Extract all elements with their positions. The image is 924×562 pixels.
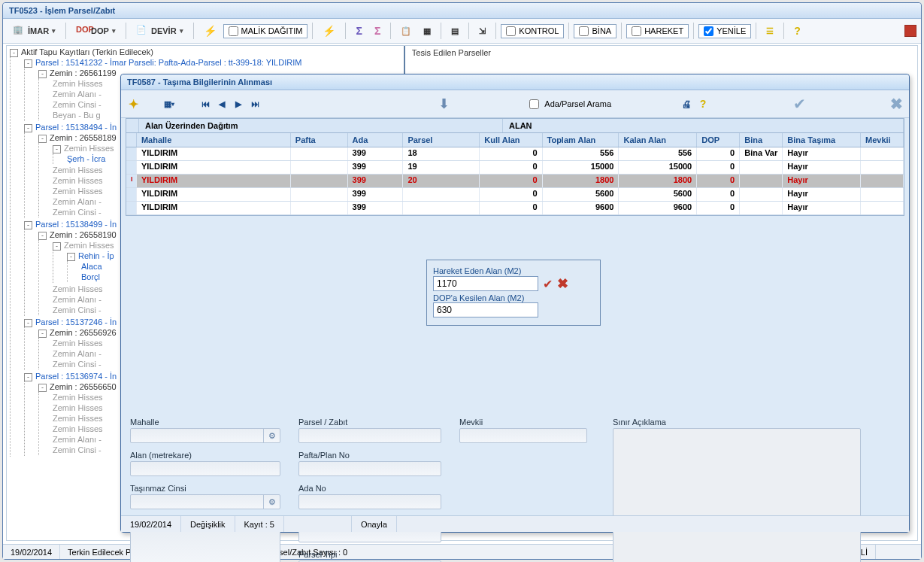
tree-item[interactable]: Zemin Hisses	[53, 79, 103, 88]
grid-col-header[interactable]: Bina	[740, 133, 783, 147]
hareket-alan-input[interactable]	[433, 276, 538, 291]
tree-item[interactable]: Zemin Alanı -	[53, 90, 101, 99]
grid-col-header[interactable]: DOP	[697, 133, 740, 147]
grid-col-header[interactable]: Mahalle	[137, 133, 291, 147]
grid-col-header[interactable]: Parsel	[403, 133, 480, 147]
tree-item[interactable]: Zemin Hisses	[53, 414, 103, 423]
tree-item[interactable]: Zemin Alanı -	[53, 349, 101, 358]
first-button[interactable]: ⏮	[199, 98, 211, 110]
tree-item[interactable]: Zemin Hisses	[64, 144, 114, 153]
yenile-check[interactable]: YENİLE	[698, 24, 751, 38]
tca-field[interactable]	[130, 527, 280, 562]
imar-button[interactable]: 🏢İMAR▾	[8, 22, 61, 40]
tree-zemin-2[interactable]: Zemin : 26558189	[50, 133, 117, 142]
grid-row[interactable]: YILDIRIM39919015000150000Hayır	[126, 161, 904, 175]
sigma2-button[interactable]: Σ	[369, 22, 386, 40]
grid-row[interactable]: YILDIRIM3991805565560Bina VarHayır	[126, 147, 904, 161]
bolt2-button[interactable]: ⚡	[317, 22, 341, 40]
tree-parsel-4[interactable]: Parsel : 15137246 - İn	[35, 317, 117, 327]
sigma1-button[interactable]: Σ	[350, 22, 367, 40]
tree-item[interactable]: Zemin Hisses	[53, 166, 103, 175]
tree-item[interactable]: Zemin Hisses	[53, 284, 103, 293]
print-button[interactable]	[680, 98, 692, 110]
confirm-button[interactable]: ✔	[793, 95, 806, 113]
dop-button[interactable]: DOPDOP▾	[71, 22, 121, 40]
tree-item[interactable]: Zemin Cinsi -	[53, 208, 101, 217]
modal-close-button[interactable]: ✖	[890, 95, 903, 113]
mevkii-field[interactable]	[459, 428, 587, 443]
popup-ok-button[interactable]: ✔	[543, 277, 553, 291]
parselzabit-field[interactable]	[298, 428, 441, 443]
paftaplan-field[interactable]	[298, 461, 441, 476]
mahalle-lookup-button[interactable]: ⚙	[263, 429, 280, 442]
dop-alan-input[interactable]	[433, 302, 538, 317]
tool-b-button[interactable]: ▦	[418, 23, 436, 39]
tree-zemin-5[interactable]: Zemin : 26556650	[50, 382, 117, 391]
malik-dagitim-check[interactable]: MALİK DAĞITIM	[223, 24, 308, 38]
tool-a-button[interactable]: 📋	[395, 23, 417, 39]
tree-item[interactable]: Zemin Hisses	[53, 424, 103, 433]
tree-item[interactable]: Zemin Hisses	[53, 339, 103, 348]
tool-d-button[interactable]: ⇲	[474, 23, 491, 39]
tree-item[interactable]: Borçl	[81, 272, 100, 281]
grid-row[interactable]: YILDIRIM3990560056000Hayır	[126, 188, 904, 202]
search-check[interactable]: Ada/Parsel Arama	[526, 97, 611, 111]
tree-item[interactable]: Zemin Hisses	[53, 176, 103, 185]
grid-col-header[interactable]: Kalan Alan	[619, 133, 697, 147]
tascinsi-lookup-button[interactable]: ⚙	[263, 495, 280, 509]
hareket-check[interactable]: HAREKET	[626, 24, 689, 38]
grid-col-header[interactable]: Bina Taşıma	[783, 133, 861, 147]
popup-cancel-button[interactable]: ✖	[557, 275, 568, 292]
tree-rehin[interactable]: Rehin - İp	[78, 251, 114, 260]
last-button[interactable]: ⏭	[249, 98, 261, 110]
bolt-button[interactable]: ⚡	[198, 22, 222, 40]
tree-zemin-3[interactable]: Zemin : 26558190	[50, 230, 117, 239]
bolt-icon: ⚡	[204, 25, 217, 37]
tree-zemin-1[interactable]: Zemin : 26561199	[50, 68, 117, 77]
tree-parsel-2[interactable]: Parsel : 15138494 - İn	[35, 123, 117, 132]
grid-row[interactable]: YILDIRIM3990960096000Hayır	[126, 202, 904, 215]
devir-button[interactable]: 📄DEVİR▾	[131, 22, 189, 40]
tascinsi-field[interactable]: ⚙	[130, 494, 280, 509]
close-button[interactable]	[904, 25, 916, 37]
modal-help-button[interactable]: ?	[697, 98, 709, 110]
tree-item[interactable]: Zemin Cinsi -	[53, 360, 101, 369]
tree-parsel-5[interactable]: Parsel : 15136974 - İn	[35, 372, 117, 381]
tree-item[interactable]: Beyan - Bu g	[53, 111, 101, 120]
tree-item[interactable]: Zemin Hisses	[64, 241, 114, 250]
grid-col-header[interactable]: Pafta	[291, 133, 348, 147]
grid-col-header[interactable]: Kull Alan	[480, 133, 542, 147]
grid-col-header[interactable]: Toplam Alan	[543, 133, 620, 147]
tree-item[interactable]: Alaca	[81, 262, 102, 271]
tree-item[interactable]: Zemin Hisses	[53, 187, 103, 196]
tree-item[interactable]: Zemin Alanı -	[53, 435, 101, 444]
tree-item[interactable]: Zemin Hisses	[53, 403, 103, 412]
kontrol-check[interactable]: KONTROL	[501, 24, 564, 38]
grid-view-button[interactable]: ▦▾	[163, 98, 175, 110]
tree-item[interactable]: Zemin Alanı -	[53, 197, 101, 206]
sinir-field[interactable]	[613, 428, 861, 562]
tree-item[interactable]: Zemin Hisses	[53, 393, 103, 402]
tool-e-button[interactable]: ☰	[761, 23, 779, 39]
tree-parsel-1[interactable]: Parsel : 15141232 - İmar Parseli: Pafta-…	[35, 58, 301, 67]
tree-toggle[interactable]: -	[10, 49, 18, 57]
tree-item[interactable]: Zemin Cinsi -	[53, 100, 101, 109]
tree-zemin-4[interactable]: Zemin : 26556926	[50, 328, 117, 337]
tree-item[interactable]: Zemin Cinsi -	[53, 305, 101, 314]
tree-item[interactable]: Zemin Alanı -	[53, 295, 101, 304]
mahalle-field[interactable]: ⚙	[130, 428, 280, 443]
tree-item[interactable]: Zemin Cinsi -	[53, 445, 101, 454]
next-button[interactable]: ▶	[232, 98, 244, 110]
adano-field[interactable]	[298, 494, 441, 509]
grid-row[interactable]: IYILDIRIM399200180018000Hayır	[126, 175, 904, 188]
bina-check[interactable]: BİNA	[574, 24, 617, 38]
grid-col-header[interactable]: Ada	[348, 133, 404, 147]
tool-c-button[interactable]: ▤	[446, 23, 464, 39]
grid-col-header[interactable]: Mevkii	[861, 133, 904, 147]
prev-button[interactable]: ◀	[216, 98, 228, 110]
alan-field[interactable]	[130, 461, 280, 476]
download-button[interactable]: ⬇	[438, 96, 450, 112]
tree-serh[interactable]: Şerh - İcra	[67, 154, 105, 163]
help-button[interactable]: ?	[789, 22, 806, 40]
tree-parsel-3[interactable]: Parsel : 15138499 - İn	[35, 220, 117, 229]
